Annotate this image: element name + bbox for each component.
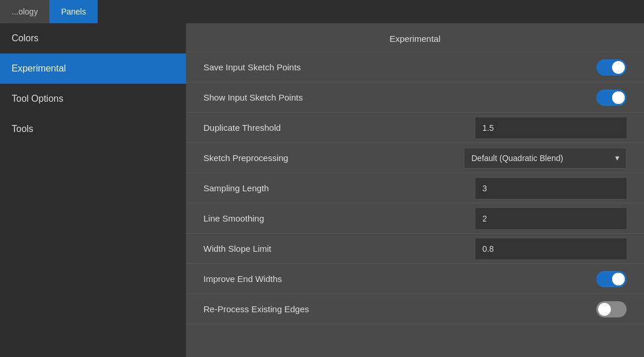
setting-sketch-preprocessing: Sketch Preprocessing Default (Quadratic … [186, 143, 644, 173]
sidebar-item-colors-label: Colors [12, 33, 38, 44]
tab-bar: ...ology Panels [0, 0, 644, 23]
toggle-show-input-sketch-points[interactable] [596, 90, 627, 106]
input-sampling-length[interactable] [475, 178, 627, 199]
setting-duplicate-threshold: Duplicate Threshold [186, 113, 644, 143]
input-width-slope-limit[interactable] [475, 238, 627, 259]
setting-show-input-sketch-points-label: Show Input Sketch Points [203, 92, 303, 102]
select-sketch-preprocessing-wrapper: Default (Quadratic Blend) Linear Cubic ▼ [464, 148, 627, 169]
tab-topology[interactable]: ...ology [0, 0, 49, 23]
toggle-improve-end-widths-thumb [612, 273, 625, 285]
setting-width-slope-limit-label: Width Slope Limit [203, 244, 271, 254]
input-duplicate-threshold[interactable] [475, 117, 627, 138]
select-sketch-preprocessing[interactable]: Default (Quadratic Blend) Linear Cubic [464, 148, 627, 169]
right-panel: Experimental Save Input Sketch Points Sh… [186, 23, 644, 357]
toggle-re-process-existing-edges-thumb [598, 303, 611, 316]
sidebar-item-tools-label: Tools [12, 124, 33, 134]
setting-width-slope-limit: Width Slope Limit [186, 234, 644, 264]
setting-line-smoothing: Line Smoothing [186, 204, 644, 234]
sidebar-item-experimental-label: Experimental [12, 63, 66, 74]
toggle-save-input-sketch-points[interactable] [596, 59, 627, 76]
setting-save-input-sketch-points-label: Save Input Sketch Points [203, 62, 301, 72]
toggle-show-input-sketch-points-thumb [612, 91, 625, 104]
setting-save-input-sketch-points: Save Input Sketch Points [186, 52, 644, 83]
input-line-smoothing[interactable] [475, 208, 627, 229]
panel-title: Experimental [186, 23, 644, 52]
tab-panels[interactable]: Panels [49, 0, 98, 23]
setting-line-smoothing-label: Line Smoothing [203, 213, 264, 223]
setting-duplicate-threshold-label: Duplicate Threshold [203, 123, 281, 133]
main-content: Colors Experimental Tool Options Tools E… [0, 23, 644, 357]
sidebar: Colors Experimental Tool Options Tools [0, 23, 186, 357]
setting-re-process-existing-edges: Re-Process Existing Edges [186, 294, 644, 324]
setting-show-input-sketch-points: Show Input Sketch Points [186, 83, 644, 113]
toggle-save-input-sketch-points-thumb [612, 61, 625, 74]
sidebar-item-tool-options[interactable]: Tool Options [0, 84, 186, 114]
setting-improve-end-widths: Improve End Widths [186, 264, 644, 294]
sidebar-item-tool-options-label: Tool Options [12, 94, 63, 104]
setting-sampling-length: Sampling Length [186, 173, 644, 204]
panel-content: Save Input Sketch Points Show Input Sket… [186, 52, 644, 357]
sidebar-item-experimental[interactable]: Experimental [0, 53, 186, 84]
toggle-re-process-existing-edges[interactable] [596, 301, 627, 317]
toggle-improve-end-widths[interactable] [596, 271, 627, 287]
setting-improve-end-widths-label: Improve End Widths [203, 274, 282, 284]
sidebar-item-tools[interactable]: Tools [0, 114, 186, 144]
sidebar-item-colors[interactable]: Colors [0, 23, 186, 53]
setting-re-process-existing-edges-label: Re-Process Existing Edges [203, 304, 309, 314]
setting-sampling-length-label: Sampling Length [203, 183, 269, 193]
setting-sketch-preprocessing-label: Sketch Preprocessing [203, 153, 288, 163]
